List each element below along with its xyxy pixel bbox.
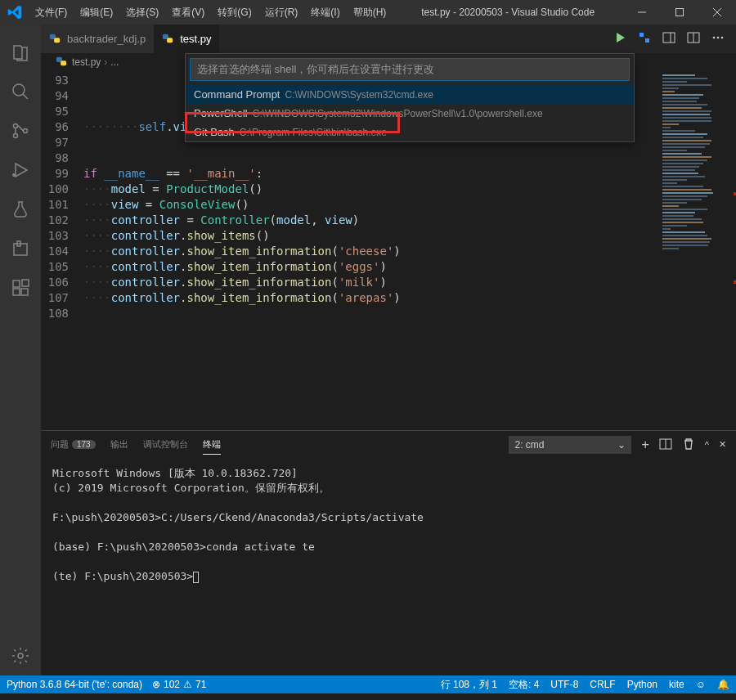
terminal-selector[interactable]: 2: cmd ⌄ [509,436,631,454]
menu-item[interactable]: 查看(V) [165,0,211,25]
panel-tab-terminal[interactable]: 终端 [203,435,221,455]
status-cursor-position[interactable]: 行 108，列 1 [441,678,497,692]
minimize-button[interactable] [623,0,661,25]
open-changes-icon[interactable] [638,31,651,47]
status-eol[interactable]: CRLF [590,679,615,690]
explorer-icon[interactable] [1,33,40,72]
status-errors[interactable]: ⊗ 102 ⚠ 71 [152,679,206,690]
tab-label: test.py [180,33,211,45]
run-debug-icon[interactable] [1,150,40,190]
more-actions-icon[interactable] [711,31,725,47]
terminal-cursor [193,572,199,583]
minimap[interactable] [657,71,736,430]
line-number-gutter: 9394959697989910010110210310410510610710… [41,71,83,430]
maximize-panel-icon[interactable]: ^ [705,440,709,450]
tab-label: backtrader_kdj.p [67,33,146,45]
svg-rect-14 [21,289,28,295]
svg-point-25 [713,37,716,39]
svg-rect-1 [676,9,684,16]
new-terminal-icon[interactable]: + [641,438,648,452]
menu-item[interactable]: 转到(G) [211,0,258,25]
source-control-icon[interactable] [1,111,40,150]
svg-point-8 [24,129,28,133]
window-title: test.py - 20200503 - Visual Studio Code [393,7,623,18]
svg-point-16 [18,653,23,658]
chevron-down-icon: ⌄ [617,439,626,451]
python-file-icon [162,33,175,46]
status-language[interactable]: Python [627,679,657,690]
status-encoding[interactable]: UTF-8 [550,679,578,690]
svg-rect-29 [61,61,66,65]
svg-point-6 [14,124,18,128]
svg-point-27 [721,37,724,39]
breadcrumb-file[interactable]: test.py [72,56,101,68]
run-file-icon[interactable] [613,31,626,47]
menu-item[interactable]: 编辑(E) [74,0,119,25]
quick-pick-item-path: C:\WINDOWS\System32\cmd.exe [285,89,433,101]
svg-rect-18 [54,38,60,43]
svg-point-9 [12,173,16,177]
menu-item[interactable]: 帮助(H) [347,0,393,25]
svg-rect-20 [167,38,173,43]
panel-tab-bar: 问题173 输出 调试控制台 终端 2: cmd ⌄ + ^ ✕ [41,431,736,458]
quick-pick-item[interactable]: Command PromptC:\WINDOWS\System32\cmd.ex… [186,85,634,104]
status-bar: Python 3.6.8 64-bit ('te': conda) ⊗ 102 … [0,675,736,693]
terminal-body[interactable]: Microsoft Windows [版本 10.0.18362.720] (c… [41,458,736,675]
python-file-icon [56,56,69,69]
annotation-highlight [185,112,400,133]
editor-tab[interactable]: backtrader_kdj.p [41,25,154,53]
editor-tab-bar: backtrader_kdj.ptest.py [41,25,736,53]
panel-tab-debug-console[interactable]: 调试控制台 [143,435,188,454]
menu-item[interactable]: 文件(F) [29,0,74,25]
status-feedback-icon[interactable]: ☺ [696,679,706,690]
svg-rect-15 [22,280,29,286]
status-bell-icon[interactable]: 🔔 [717,679,729,690]
svg-rect-13 [13,289,20,295]
svg-rect-21 [663,33,675,43]
title-bar: 文件(F)编辑(E)选择(S)查看(V)转到(G)运行(R)终端(I)帮助(H)… [0,0,736,25]
panel-tab-problems[interactable]: 问题173 [51,435,96,454]
vscode-logo-icon [0,5,29,20]
compare-icon[interactable] [662,31,675,47]
python-file-icon [49,33,62,46]
quick-pick-item-name: Command Prompt [194,88,280,101]
svg-point-7 [14,134,18,138]
search-icon[interactable] [1,72,40,111]
svg-point-4 [13,84,25,96]
svg-point-26 [717,37,720,39]
quick-pick-input[interactable]: 选择首选的终端 shell，你可稍后在设置中进行更改 [190,58,630,81]
close-panel-icon[interactable]: ✕ [719,439,726,450]
menu-bar: 文件(F)编辑(E)选择(S)查看(V)转到(G)运行(R)终端(I)帮助(H) [29,0,393,25]
menu-item[interactable]: 运行(R) [258,0,305,25]
close-button[interactable] [698,0,736,25]
testing-icon[interactable] [1,190,40,229]
panel-tab-output[interactable]: 输出 [110,435,128,454]
bottom-panel: 问题173 输出 调试控制台 终端 2: cmd ⌄ + ^ ✕ Microso… [41,430,736,675]
editor-tab[interactable]: test.py [154,25,219,53]
kill-terminal-icon[interactable] [682,438,695,452]
breadcrumb-more[interactable]: ... [110,56,119,68]
split-terminal-icon[interactable] [659,438,672,452]
extensions-icon[interactable] [1,268,40,307]
status-kite[interactable]: kite [669,679,684,690]
settings-gear-icon[interactable] [1,636,40,675]
svg-rect-12 [13,280,20,287]
activity-bar [0,25,41,675]
menu-item[interactable]: 选择(S) [119,0,165,25]
bookmark-icon[interactable] [1,229,40,268]
status-indent[interactable]: 空格: 4 [509,678,539,692]
status-python-interpreter[interactable]: Python 3.6.8 64-bit ('te': conda) [7,679,142,690]
menu-item[interactable]: 终端(I) [304,0,346,25]
maximize-button[interactable] [661,0,698,25]
split-editor-icon[interactable] [687,31,700,47]
svg-line-5 [23,94,28,99]
